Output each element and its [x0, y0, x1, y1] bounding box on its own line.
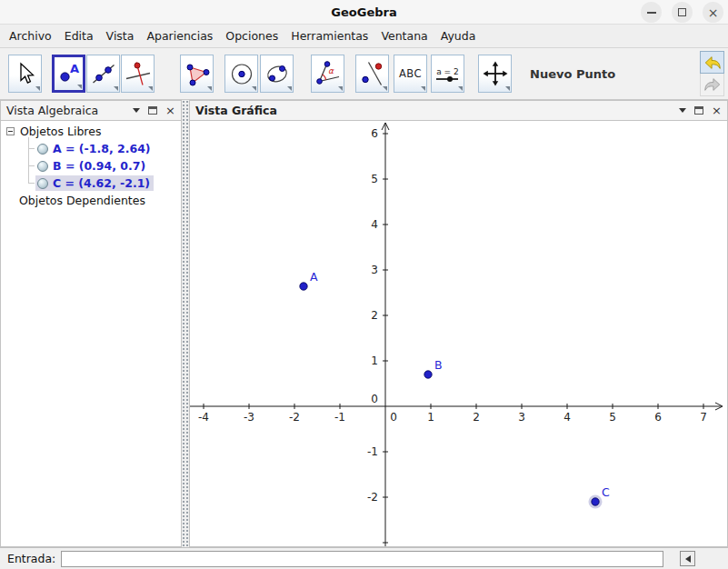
- svg-text:0: 0: [390, 411, 397, 424]
- point-C[interactable]: [592, 498, 599, 505]
- menu-edita[interactable]: Edita: [58, 29, 100, 43]
- maximize-icon: [678, 8, 686, 16]
- point-A[interactable]: [300, 283, 307, 290]
- undock-panel-icon[interactable]: [148, 106, 157, 115]
- input-help-button[interactable]: [680, 551, 695, 566]
- special-line-tool-button[interactable]: [121, 55, 155, 93]
- algebra-panel-title: Vista Algebraica: [6, 104, 133, 117]
- svg-text:-4: -4: [198, 411, 209, 424]
- algebra-tree: Objetos Libres A = (-1.8, 2.64)B = (0.94…: [1, 123, 181, 209]
- algebra-item-A[interactable]: A = (-1.8, 2.64): [35, 140, 181, 157]
- input-label: Entrada:: [7, 552, 55, 565]
- slider-icon: a = 2: [436, 67, 459, 80]
- close-icon: ×: [708, 6, 719, 19]
- point-label-A: A: [310, 270, 318, 284]
- dependent-objects-label: Objetos Dependientes: [19, 194, 145, 207]
- svg-text:A: A: [70, 62, 79, 75]
- close-panel-icon[interactable]: ×: [165, 105, 175, 116]
- menu-bar: ArchivoEditaVistaAparienciasOpcionesHerr…: [0, 25, 728, 48]
- object-definition-label: C = (4.62, -2.1): [53, 176, 150, 190]
- object-visibility-marble-icon[interactable]: [37, 161, 48, 172]
- panel-menu-icon[interactable]: [133, 108, 140, 113]
- algebra-view-panel: Vista Algebraica × Objetos Libres A = (-…: [0, 100, 182, 547]
- redo-button[interactable]: [700, 74, 724, 96]
- window-title: GeoGebra: [0, 0, 728, 25]
- circle-tool-button[interactable]: [224, 55, 258, 93]
- perpendicular-line-icon: [125, 60, 152, 87]
- svg-text:6: 6: [654, 411, 662, 424]
- svg-text:3: 3: [371, 264, 378, 276]
- svg-text:1: 1: [427, 411, 434, 424]
- slider-tool-button[interactable]: a = 2: [431, 55, 464, 93]
- undo-redo-group: [700, 51, 724, 96]
- ellipse-icon: [264, 60, 291, 87]
- point-B[interactable]: [424, 371, 432, 378]
- menu-ayuda[interactable]: Ayuda: [434, 29, 483, 43]
- svg-text:2: 2: [473, 411, 480, 424]
- text-tool-button[interactable]: ABC: [394, 55, 427, 93]
- polygon-icon: [184, 60, 211, 87]
- panel-menu-icon[interactable]: [679, 108, 686, 113]
- line-through-points-icon: [90, 60, 117, 87]
- minimize-button[interactable]: [641, 2, 662, 23]
- svg-text:4: 4: [371, 218, 378, 231]
- undock-panel-icon[interactable]: [694, 106, 703, 115]
- input-bar: Entrada:: [0, 547, 728, 569]
- tool-status-label: Nuevo Punto: [530, 67, 615, 81]
- panel-splitter[interactable]: [182, 100, 189, 547]
- point-tool-button[interactable]: A: [52, 55, 85, 93]
- object-visibility-marble-icon[interactable]: [37, 178, 48, 189]
- polygon-tool-button[interactable]: [180, 55, 214, 93]
- menu-archivo[interactable]: Archivo: [3, 29, 58, 43]
- angle-icon: α: [314, 60, 342, 87]
- algebra-item-B[interactable]: B = (0.94, 0.7): [35, 157, 181, 175]
- point-label-B: B: [434, 358, 443, 372]
- svg-text:-2: -2: [367, 491, 378, 504]
- command-input[interactable]: [61, 551, 663, 567]
- new-point-icon: A: [55, 60, 83, 87]
- redo-arrow-icon: [702, 75, 723, 94]
- graphics-panel-title: Vista Gráfica: [195, 104, 679, 117]
- graphics-view-panel: Vista Gráfica × -4-3-2-1012345676543210-…: [189, 100, 728, 547]
- maximize-button[interactable]: [672, 2, 693, 23]
- graphics-canvas[interactable]: -4-3-2-1012345676543210-1-2ABC: [190, 121, 727, 546]
- svg-text:-3: -3: [244, 411, 254, 424]
- object-definition-label: A = (-1.8, 2.64): [53, 142, 151, 155]
- collapse-icon[interactable]: [6, 127, 15, 135]
- undo-button[interactable]: [700, 51, 724, 74]
- abc-text-icon: ABC: [399, 67, 422, 80]
- angle-tool-button[interactable]: α: [311, 55, 344, 93]
- svg-text:4: 4: [563, 411, 571, 424]
- algebra-item-C[interactable]: C = (4.62, -2.1): [35, 175, 181, 192]
- move-graphics-tool-button[interactable]: [478, 55, 512, 93]
- menu-apariencias[interactable]: Apariencias: [140, 29, 219, 43]
- undo-arrow-icon: [702, 54, 723, 72]
- move-tool-button[interactable]: [8, 55, 42, 93]
- window-controls: ×: [641, 2, 723, 23]
- reflect-tool-button[interactable]: [355, 55, 389, 93]
- svg-text:5: 5: [371, 173, 378, 185]
- minimize-icon: [647, 12, 656, 14]
- svg-text:6: 6: [371, 127, 378, 140]
- svg-text:-1: -1: [367, 445, 378, 458]
- object-visibility-marble-icon[interactable]: [37, 144, 48, 155]
- menu-opciones[interactable]: Opciones: [219, 29, 284, 43]
- svg-text:1: 1: [371, 354, 378, 367]
- svg-text:5: 5: [609, 411, 616, 424]
- menu-herramientas[interactable]: Herramientas: [284, 29, 374, 43]
- point-label-C: C: [602, 485, 610, 499]
- close-panel-icon[interactable]: ×: [712, 105, 722, 116]
- conic-tool-button[interactable]: [260, 55, 294, 93]
- svg-text:-1: -1: [334, 411, 345, 424]
- svg-text:-2: -2: [289, 411, 300, 424]
- menu-vista[interactable]: Vista: [100, 29, 141, 43]
- svg-text:0: 0: [371, 393, 378, 405]
- object-definition-label: B = (0.94, 0.7): [53, 159, 145, 173]
- move-view-arrows-icon: [482, 60, 509, 87]
- menu-ventana[interactable]: Ventana: [374, 29, 434, 43]
- line-tool-button[interactable]: [86, 55, 120, 93]
- dependent-objects-node[interactable]: Objetos Dependientes: [1, 192, 181, 209]
- svg-text:2: 2: [371, 309, 378, 322]
- close-button[interactable]: ×: [703, 2, 723, 23]
- coordinate-plane[interactable]: -4-3-2-1012345676543210-1-2ABC: [190, 121, 727, 546]
